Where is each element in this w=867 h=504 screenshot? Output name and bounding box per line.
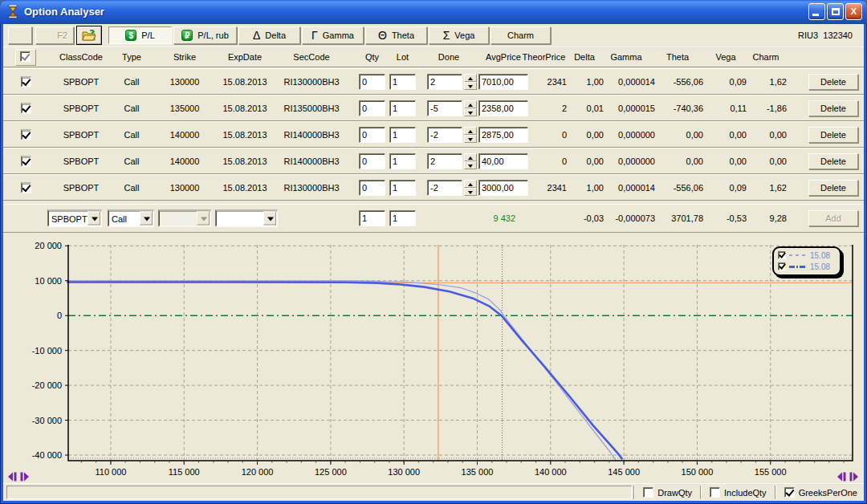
seccode-cell: RI130000BH3 — [276, 183, 347, 193]
delete-button[interactable]: Delete — [808, 100, 858, 116]
lot-input[interactable] — [389, 153, 416, 169]
lot-input[interactable] — [389, 74, 416, 90]
done-input[interactable] — [427, 180, 462, 196]
qty-input[interactable] — [359, 180, 385, 196]
legend-checkbox[interactable] — [778, 251, 786, 259]
new-qty-input[interactable] — [359, 210, 385, 226]
drawqty-checkbox[interactable] — [643, 487, 653, 498]
row-checkbox[interactable] — [21, 76, 31, 87]
greeksperone-checkbox[interactable] — [784, 487, 795, 498]
table-row: SPBOPT Call 130000 15.08.2013 RI130000BH… — [3, 68, 864, 95]
header-done: Done — [424, 52, 474, 62]
spin-up-button[interactable] — [464, 153, 477, 161]
chevron-down-icon[interactable] — [263, 212, 276, 226]
f2-button[interactable]: F2 — [35, 26, 74, 44]
spin-up-button[interactable] — [464, 127, 477, 135]
blank-button[interactable] — [8, 26, 32, 44]
spin-down-button[interactable] — [464, 108, 477, 116]
theta-icon: Θ — [378, 30, 387, 41]
qty-input[interactable] — [359, 153, 385, 169]
spin-up-button[interactable] — [464, 100, 477, 108]
header-strike: Strike — [156, 52, 214, 62]
header-lot: Lot — [389, 52, 416, 62]
svg-text:155 000: 155 000 — [755, 467, 787, 477]
includeqty-checkbox[interactable] — [710, 487, 720, 498]
f2-label: F2 — [57, 30, 67, 40]
open-portfolio-button[interactable] — [77, 26, 101, 44]
strike-cell: 140000 — [156, 130, 214, 140]
qty-input[interactable] — [359, 74, 385, 90]
spin-down-button[interactable] — [464, 82, 477, 90]
seccode-combo[interactable] — [215, 210, 278, 227]
classcode-cell: SPBOPT — [49, 130, 113, 140]
greeksperone-option[interactable]: GreeksPerOne — [778, 487, 864, 498]
type-combo[interactable]: Call — [108, 210, 154, 227]
done-spinner — [427, 180, 477, 196]
gamma-cell: 0,000014 — [597, 183, 655, 193]
pl-chart[interactable]: 110 000115 000120 000125 000130 000135 0… — [3, 233, 864, 483]
charm-cell: -1,86 — [745, 104, 787, 113]
includeqty-option[interactable]: IncludeQty — [703, 487, 773, 498]
row-checkbox[interactable] — [21, 156, 31, 166]
delete-button[interactable]: Delete — [808, 127, 858, 143]
delete-button[interactable]: Delete — [808, 180, 858, 196]
qty-input[interactable] — [359, 127, 385, 143]
tab-theta[interactable]: Θ Theta — [365, 26, 427, 44]
theta-cell: -556,06 — [652, 183, 703, 193]
done-input[interactable] — [427, 74, 462, 90]
spin-up-button[interactable] — [464, 180, 477, 188]
theta-cell: 0,00 — [652, 156, 703, 166]
classcode-cell: SPBOPT — [49, 156, 113, 166]
row-checkbox[interactable] — [21, 103, 31, 113]
classcode-cell: SPBOPT — [49, 77, 113, 87]
scroll-right-icon[interactable] — [20, 472, 31, 482]
spin-down-button[interactable] — [464, 188, 477, 196]
tab-gamma[interactable]: Γ Gamma — [302, 26, 364, 44]
delta-icon: Δ — [253, 30, 260, 41]
status-message-box — [6, 486, 632, 499]
tab-charm[interactable]: Charm — [490, 26, 551, 44]
done-input[interactable] — [427, 100, 462, 116]
tab-pl-rub[interactable]: ₽ P/L, rub — [173, 26, 237, 44]
maximize-button[interactable] — [827, 3, 844, 20]
delete-button[interactable]: Delete — [808, 74, 858, 90]
chevron-down-icon[interactable] — [140, 212, 153, 226]
tab-vega[interactable]: Σ Vega — [429, 26, 489, 44]
spin-down-button[interactable] — [464, 135, 477, 143]
scroll-left-icon[interactable] — [836, 472, 846, 482]
done-input[interactable] — [427, 127, 462, 143]
title-bar[interactable]: Option Analyser X — [0, 0, 867, 24]
ruble-icon: ₽ — [181, 30, 193, 41]
qty-input[interactable] — [359, 100, 385, 116]
select-all-checkbox[interactable] — [20, 51, 31, 62]
header-type: Type — [114, 52, 149, 62]
row-checkbox[interactable] — [21, 182, 31, 193]
row-checkbox[interactable] — [21, 129, 31, 140]
scroll-right-icon[interactable] — [849, 472, 860, 482]
table-row: SPBOPT Call 140000 15.08.2013 RI140000BH… — [3, 121, 864, 148]
lot-input[interactable] — [389, 100, 416, 116]
tab-pl[interactable]: $ P/L — [108, 26, 172, 44]
tab-delta[interactable]: Δ Delta — [238, 26, 300, 44]
new-position-row: SPBOPT Call 9 432 -0,03 -0,000073 3701,7… — [3, 204, 864, 233]
add-button[interactable]: Add — [808, 210, 858, 226]
classcode-combo[interactable]: SPBOPT — [47, 210, 102, 227]
instrument-symbol: RIU3 — [798, 30, 818, 40]
greeksperone-label: GreeksPerOne — [799, 488, 857, 498]
chevron-down-icon[interactable] — [88, 212, 100, 226]
svg-text:-30 000: -30 000 — [32, 416, 62, 425]
lot-input[interactable] — [389, 180, 416, 196]
spin-down-button[interactable] — [464, 161, 477, 169]
minimize-button[interactable] — [808, 3, 825, 20]
legend-checkbox[interactable] — [778, 262, 786, 270]
new-lot-input[interactable] — [389, 210, 416, 226]
close-button[interactable]: X — [845, 3, 862, 20]
done-input[interactable] — [427, 153, 462, 169]
svg-text:-20 000: -20 000 — [32, 380, 62, 390]
scroll-left-icon[interactable] — [6, 472, 17, 482]
lot-input[interactable] — [389, 127, 416, 143]
header-vega: Vega — [705, 52, 747, 62]
delete-button[interactable]: Delete — [808, 153, 858, 169]
drawqty-option[interactable]: DrawQty — [637, 487, 698, 498]
spin-up-button[interactable] — [464, 74, 477, 82]
